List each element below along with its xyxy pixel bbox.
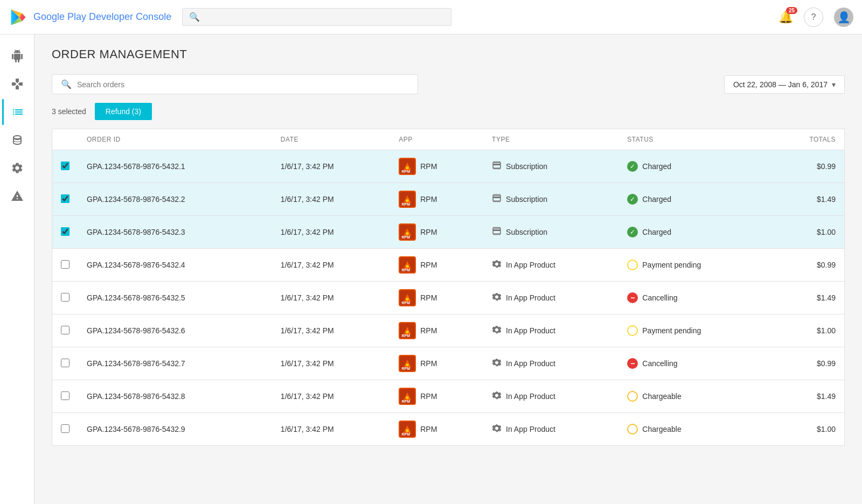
charged-icon: ✓	[627, 194, 638, 205]
row-checkbox[interactable]	[61, 326, 69, 334]
order-total: $1.00	[771, 314, 845, 347]
search-orders-box[interactable]: 🔍	[52, 74, 418, 94]
svg-text:RPM: RPM	[402, 367, 411, 370]
order-date: 1/6/17, 3:42 PM	[272, 249, 390, 282]
app-name: RPM	[420, 293, 437, 302]
app-icon: RPM	[399, 322, 416, 339]
status-label: Charged	[642, 228, 671, 236]
sidebar-item-orders[interactable]	[2, 99, 32, 125]
row-checkbox[interactable]	[61, 424, 69, 433]
inapp-product-icon	[492, 325, 502, 337]
sidebar-item-android[interactable]	[2, 43, 32, 69]
status-label: Payment pending	[642, 326, 701, 335]
app-icon: RPM	[399, 388, 416, 405]
order-id[interactable]: GPA.1234-5678-9876-5432.8	[78, 380, 272, 413]
app-name: RPM	[420, 425, 437, 433]
app-name: RPM	[420, 392, 437, 401]
app-icon: RPM	[399, 191, 416, 208]
order-date: 1/6/17, 3:42 PM	[272, 347, 390, 380]
order-date: 1/6/17, 3:42 PM	[272, 314, 390, 347]
row-checkbox-cell	[52, 347, 79, 380]
table-row: GPA.1234-5678-9876-5432.71/6/17, 3:42 PM…	[52, 347, 845, 380]
order-id[interactable]: GPA.1234-5678-9876-5432.4	[78, 249, 272, 282]
order-id[interactable]: GPA.1234-5678-9876-5432.5	[78, 282, 272, 314]
order-status: ✓Charged	[618, 150, 771, 183]
inapp-product-icon	[492, 423, 502, 435]
row-checkbox-cell	[52, 183, 79, 216]
header-icons: 🔔 25 ? 👤	[778, 8, 853, 27]
type-label: Subscription	[506, 228, 547, 236]
order-id[interactable]: GPA.1234-5678-9876-5432.6	[78, 314, 272, 347]
col-totals: TOTALS	[771, 129, 845, 150]
row-checkbox[interactable]	[61, 391, 69, 400]
avatar-icon: 👤	[837, 11, 851, 24]
col-order-id: ORDER ID	[78, 129, 272, 150]
order-total: $1.49	[771, 282, 845, 314]
logo-google-play: Google Play	[33, 11, 89, 22]
order-id[interactable]: GPA.1234-5678-9876-5432.2	[78, 183, 272, 216]
row-checkbox[interactable]	[61, 194, 69, 203]
order-id[interactable]: GPA.1234-5678-9876-5432.3	[78, 216, 272, 249]
svg-point-7	[406, 166, 409, 169]
global-search-input[interactable]	[204, 13, 444, 22]
chargeable-icon	[627, 424, 638, 435]
refund-button[interactable]: Refund (3)	[95, 103, 152, 120]
search-orders-icon: 🔍	[61, 79, 72, 89]
filters-row: 🔍 Oct 22, 2008 — Jan 6, 2017 ▾	[52, 74, 845, 94]
order-total: $0.99	[771, 249, 845, 282]
col-status: STATUS	[618, 129, 771, 150]
search-orders-input[interactable]	[77, 80, 409, 89]
row-checkbox[interactable]	[61, 227, 69, 236]
order-id[interactable]: GPA.1234-5678-9876-5432.9	[78, 413, 272, 446]
col-date: DATE	[272, 129, 390, 150]
sidebar-item-games[interactable]	[2, 71, 32, 97]
order-date: 1/6/17, 3:42 PM	[272, 282, 390, 314]
app-name: RPM	[420, 228, 437, 236]
order-total: $0.99	[771, 150, 845, 183]
col-app: APP	[390, 129, 483, 150]
sidebar-item-alerts[interactable]	[2, 183, 32, 209]
main-content: ORDER MANAGEMENT 🔍 Oct 22, 2008 — Jan 6,…	[34, 34, 862, 504]
google-play-icon	[9, 8, 28, 27]
order-type: Subscription	[483, 216, 618, 249]
order-type: In App Product	[483, 380, 618, 413]
svg-text:RPM: RPM	[402, 400, 411, 403]
inapp-product-icon	[492, 292, 502, 304]
row-checkbox[interactable]	[61, 359, 69, 367]
order-type: In App Product	[483, 413, 618, 446]
notifications-bell[interactable]: 🔔 25	[778, 10, 793, 24]
svg-point-45	[406, 396, 409, 399]
order-type: Subscription	[483, 150, 618, 183]
status-label: Charged	[642, 195, 671, 204]
subscription-icon	[492, 226, 502, 238]
order-status: Payment pending	[618, 249, 771, 282]
order-id[interactable]: GPA.1234-5678-9876-5432.1	[78, 150, 272, 183]
order-type: In App Product	[483, 347, 618, 380]
row-checkbox[interactable]	[61, 293, 69, 302]
table-row: GPA.1234-5678-9876-5432.81/6/17, 3:42 PM…	[52, 380, 845, 413]
app-icon: RPM	[399, 158, 416, 175]
logo-text: Google Play Developer Console	[33, 11, 171, 23]
global-search-bar[interactable]: 🔍	[182, 8, 451, 26]
sidebar	[0, 34, 34, 504]
type-label: In App Product	[506, 293, 555, 302]
status-label: Chargeable	[642, 392, 681, 401]
date-range-button[interactable]: Oct 22, 2008 — Jan 6, 2017 ▾	[724, 75, 845, 94]
row-checkbox-cell	[52, 216, 79, 249]
help-button[interactable]: ?	[804, 8, 823, 27]
row-checkbox-cell	[52, 413, 79, 446]
col-type: TYPE	[483, 129, 618, 150]
top-header: Google Play Developer Console 🔍 🔔 25 ? 👤	[0, 0, 862, 34]
app-icon: RPM	[399, 421, 416, 438]
row-checkbox[interactable]	[61, 260, 69, 269]
order-status: ✓Charged	[618, 183, 771, 216]
app-icon: RPM	[399, 256, 416, 274]
status-label: Charged	[642, 162, 671, 171]
order-app: RPM RPM	[390, 380, 483, 413]
sidebar-item-settings[interactable]	[2, 155, 32, 181]
sidebar-item-database[interactable]	[2, 127, 32, 153]
selected-count: 3 selected	[52, 107, 86, 116]
order-id[interactable]: GPA.1234-5678-9876-5432.7	[78, 347, 272, 380]
row-checkbox[interactable]	[61, 162, 69, 170]
user-avatar[interactable]: 👤	[834, 8, 853, 27]
